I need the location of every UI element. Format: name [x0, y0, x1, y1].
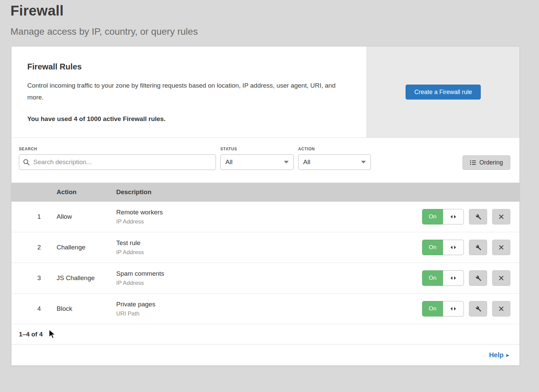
rule-description: Spam comments — [116, 270, 415, 277]
delete-rule-button[interactable] — [492, 209, 510, 224]
wrench-icon — [475, 244, 482, 251]
help-link[interactable]: Help ▸ — [489, 351, 509, 359]
table-row: 1 Allow Remote workers IP Address On — [11, 202, 519, 232]
rule-action: JS Challenge — [57, 274, 116, 282]
delete-rule-button[interactable] — [492, 240, 510, 255]
rule-enabled-toggle[interactable]: On — [422, 240, 464, 255]
toggle-on-label[interactable]: On — [422, 240, 443, 255]
page-title: Firewall — [10, 3, 539, 19]
action-select-value: All — [303, 158, 310, 166]
help-link-label: Help — [489, 351, 504, 359]
x-icon — [498, 275, 504, 281]
status-filter-group: STATUS All — [220, 147, 294, 170]
help-row: Help ▸ — [11, 344, 519, 365]
x-icon — [498, 244, 504, 250]
toggle-on-label[interactable]: On — [422, 209, 443, 224]
action-select[interactable]: All — [298, 154, 371, 170]
rule-enabled-toggle[interactable]: On — [422, 301, 464, 316]
rule-description: Test rule — [116, 239, 415, 247]
ordering-button-label: Ordering — [479, 159, 503, 166]
table-row: 4 Block Private pages URI Path On — [11, 294, 519, 324]
rule-description-cell: Test rule IP Address — [116, 239, 415, 256]
edit-rule-button[interactable] — [469, 301, 487, 316]
x-icon — [498, 214, 504, 220]
rules-card-description: Control incoming traffic to your zone by… — [27, 80, 346, 103]
search-label: SEARCH — [19, 147, 216, 151]
rule-controls: On — [415, 240, 519, 255]
rule-priority: 4 — [11, 305, 57, 312]
pagination-row: 1–4 of 4 — [11, 324, 519, 344]
chevron-down-icon — [361, 161, 366, 163]
rules-intro: Firewall Rules Control incoming traffic … — [11, 47, 367, 138]
toggle-arrows-icon[interactable] — [443, 301, 464, 316]
search-filter-group: SEARCH — [19, 147, 216, 170]
pagination-text: 1–4 of 4 — [19, 331, 43, 338]
rule-controls: On — [415, 270, 519, 286]
rule-controls: On — [415, 301, 519, 316]
toggle-on-label[interactable]: On — [422, 270, 443, 286]
rules-usage-text: You have used 4 of 1000 active Firewall … — [27, 115, 346, 123]
rule-priority: 1 — [11, 213, 57, 220]
toggle-arrows-icon[interactable] — [443, 240, 464, 255]
rule-description-cell: Spam comments IP Address — [116, 270, 415, 287]
rules-card-title: Firewall Rules — [27, 62, 346, 71]
create-rule-panel: Create a Firewall rule — [367, 47, 519, 138]
card-top-section: Firewall Rules Control incoming traffic … — [11, 47, 519, 138]
status-label: STATUS — [220, 147, 294, 151]
rule-action: Block — [57, 305, 116, 312]
rule-action: Allow — [57, 213, 116, 220]
search-input-wrap — [19, 154, 216, 170]
rule-priority: 2 — [11, 244, 57, 251]
wrench-icon — [475, 305, 482, 312]
action-filter-group: ACTION All — [298, 147, 371, 170]
ordered-list-icon — [470, 160, 476, 165]
rule-match-type: URI Path — [116, 310, 415, 317]
search-icon — [23, 159, 30, 165]
x-icon — [498, 306, 504, 312]
wrench-icon — [475, 275, 482, 282]
rule-priority: 3 — [11, 274, 57, 282]
rule-match-type: IP Address — [116, 218, 415, 225]
rule-match-type: IP Address — [116, 280, 415, 287]
edit-rule-button[interactable] — [469, 270, 487, 286]
table-header: Action Description — [11, 183, 519, 202]
delete-rule-button[interactable] — [492, 301, 510, 316]
firewall-rules-card: Firewall Rules Control incoming traffic … — [11, 46, 520, 366]
rule-match-type: IP Address — [116, 249, 415, 256]
filters-bar: SEARCH STATUS All ACTION All — [11, 138, 519, 183]
toggle-arrows-icon[interactable] — [443, 270, 464, 286]
create-firewall-rule-button[interactable]: Create a Firewall rule — [406, 85, 481, 99]
edit-rule-button[interactable] — [469, 240, 487, 255]
rule-controls: On — [415, 209, 519, 224]
toggle-arrows-icon[interactable] — [443, 209, 464, 224]
rule-enabled-toggle[interactable]: On — [422, 209, 464, 224]
status-select-value: All — [225, 158, 232, 166]
ordering-wrap: Ordering — [463, 155, 510, 170]
action-label: ACTION — [298, 147, 371, 151]
help-arrow-icon: ▸ — [506, 352, 509, 358]
rule-description: Private pages — [116, 301, 415, 308]
chevron-down-icon — [284, 161, 289, 163]
description-header: Description — [116, 188, 415, 196]
rule-action: Challenge — [57, 244, 116, 251]
delete-rule-button[interactable] — [492, 270, 510, 286]
rule-description: Remote workers — [116, 209, 415, 216]
rule-enabled-toggle[interactable]: On — [422, 270, 464, 286]
search-input[interactable] — [19, 154, 216, 170]
page-header: Firewall Manage access by IP, country, o… — [0, 0, 539, 37]
toggle-on-label[interactable]: On — [422, 301, 443, 316]
wrench-icon — [475, 213, 482, 220]
rule-description-cell: Private pages URI Path — [116, 301, 415, 317]
ordering-button[interactable]: Ordering — [463, 155, 510, 170]
table-row: 3 JS Challenge Spam comments IP Address … — [11, 263, 519, 294]
edit-rule-button[interactable] — [469, 209, 487, 224]
table-row: 2 Challenge Test rule IP Address On — [11, 232, 519, 263]
status-select[interactable]: All — [220, 154, 294, 170]
rule-description-cell: Remote workers IP Address — [116, 209, 415, 225]
page-subtitle: Manage access by IP, country, or query r… — [10, 26, 539, 37]
action-header: Action — [57, 188, 116, 196]
